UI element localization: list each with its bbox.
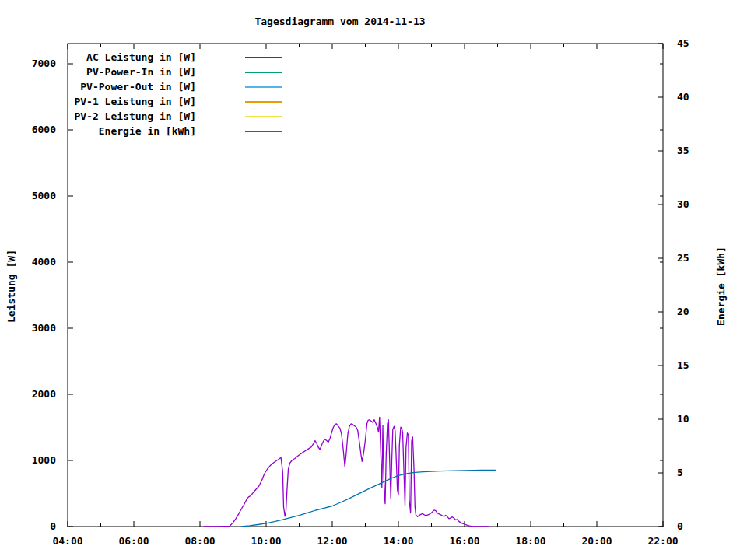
x-axis-tick-label: 20:00 — [581, 535, 612, 547]
y-left-tick-label: 0 — [50, 520, 56, 532]
x-axis-tick-label: 18:00 — [515, 535, 545, 547]
chart-canvas: Tagesdiagramm vom 2014-11-13 Leistung [W… — [0, 0, 747, 560]
y-right-tick-label: 35 — [677, 145, 689, 156]
series-line-ac-leistung-in-w — [204, 417, 489, 527]
y-left-tick-label: 3000 — [32, 322, 56, 334]
y-right-tick-label: 0 — [677, 520, 683, 532]
legend-label: PV-1 Leistung in [W] — [8, 96, 196, 107]
x-axis-tick-label: 06:00 — [118, 535, 149, 547]
legend: AC Leistung in [W] PV-Power-In in [W] PV… — [8, 50, 282, 138]
legend-line-swatch — [245, 101, 282, 103]
legend-line-swatch — [245, 72, 282, 73]
x-axis-tick-label: 10:00 — [251, 535, 281, 547]
x-axis-tick-label: 08:00 — [184, 535, 215, 547]
legend-item: AC Leistung in [W] — [8, 50, 282, 65]
legend-line-swatch — [245, 57, 282, 58]
x-axis-tick-label: 12:00 — [317, 535, 347, 547]
legend-item: PV-Power-Out in [W] — [8, 79, 282, 94]
x-axis-tick-label: 14:00 — [383, 535, 413, 547]
legend-line-swatch — [245, 131, 282, 132]
legend-label: AC Leistung in [W] — [8, 51, 196, 63]
y-left-tick-label: 2000 — [32, 388, 56, 400]
y-left-tick-label: 1000 — [32, 454, 56, 466]
y-left-tick-label: 4000 — [32, 256, 56, 268]
x-axis-tick-label: 04:00 — [52, 535, 82, 547]
y-right-tick-label: 40 — [677, 91, 689, 103]
y-left-tick-label: 5000 — [32, 190, 56, 201]
y-right-tick-label: 45 — [677, 37, 689, 49]
legend-label: PV-Power-Out in [W] — [8, 81, 196, 93]
y-right-tick-label: 30 — [677, 198, 689, 210]
y-right-tick-label: 10 — [677, 413, 689, 425]
y-right-tick-label: 25 — [677, 252, 689, 264]
y-right-tick-label: 20 — [677, 306, 689, 317]
legend-item: PV-1 Leistung in [W] — [8, 94, 282, 109]
legend-label: PV-Power-In in [W] — [8, 66, 196, 78]
legend-label: Energie in [kWh] — [8, 125, 196, 137]
legend-item: PV-Power-In in [W] — [8, 65, 282, 79]
legend-line-swatch — [245, 116, 282, 117]
legend-item: Energie in [kWh] — [8, 124, 282, 138]
x-axis-tick-label: 22:00 — [647, 535, 678, 547]
y-right-tick-label: 15 — [677, 359, 689, 371]
series-line-energie-in-kwh — [241, 470, 495, 527]
legend-item: PV-2 Leistung in [W] — [8, 109, 282, 124]
y-right-tick-label: 5 — [677, 467, 683, 478]
legend-label: PV-2 Leistung in [W] — [8, 110, 196, 122]
legend-line-swatch — [245, 86, 282, 88]
x-axis-tick-label: 16:00 — [449, 535, 479, 547]
